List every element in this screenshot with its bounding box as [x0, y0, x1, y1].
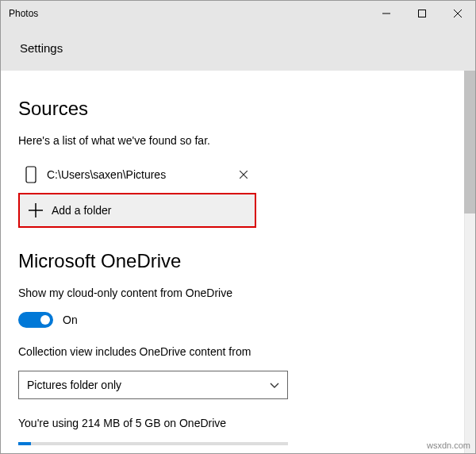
svg-rect-1 — [418, 10, 425, 17]
svg-rect-4 — [26, 167, 36, 183]
onedrive-heading: Microsoft OneDrive — [18, 250, 458, 272]
sources-description: Here's a list of what we've found so far… — [18, 134, 458, 147]
watermark: wsxdn.com — [427, 441, 470, 450]
select-value: Pictures folder only — [27, 379, 121, 391]
page-header: Settings — [1, 26, 475, 71]
source-item: C:\Users\saxen\Pictures — [18, 160, 256, 190]
onedrive-cloud-label: Show my cloud-only content from OneDrive — [18, 287, 458, 299]
remove-source-button[interactable] — [231, 171, 256, 179]
photos-settings-window: Photos Settings Sources Here's a list of… — [0, 0, 476, 454]
drive-icon — [18, 166, 44, 183]
onedrive-toggle-row: On — [18, 312, 458, 328]
maximize-button[interactable] — [404, 1, 440, 26]
onedrive-usage-bar — [18, 442, 288, 445]
page-title: Settings — [20, 41, 63, 55]
plus-icon — [20, 202, 52, 218]
chevron-down-icon — [270, 379, 279, 391]
toggle-state-label: On — [63, 314, 78, 326]
titlebar: Photos — [1, 1, 475, 26]
source-path: C:\Users\saxen\Pictures — [44, 168, 231, 181]
close-button[interactable] — [440, 1, 475, 26]
onedrive-usage-text: You're using 214 MB of 5 GB on OneDrive — [18, 417, 458, 429]
sources-heading: Sources — [18, 98, 458, 120]
add-folder-button[interactable]: Add a folder — [18, 193, 256, 228]
onedrive-toggle[interactable] — [18, 312, 53, 328]
window-title: Photos — [1, 8, 38, 19]
settings-content: Sources Here's a list of what we've foun… — [1, 71, 475, 453]
window-controls — [368, 1, 475, 26]
onedrive-content-select[interactable]: Pictures folder only — [18, 371, 288, 399]
collection-view-label: Collection view includes OneDrive conten… — [18, 345, 458, 358]
add-folder-label: Add a folder — [52, 204, 112, 217]
minimize-button[interactable] — [368, 1, 404, 26]
onedrive-usage-fill — [18, 442, 31, 445]
